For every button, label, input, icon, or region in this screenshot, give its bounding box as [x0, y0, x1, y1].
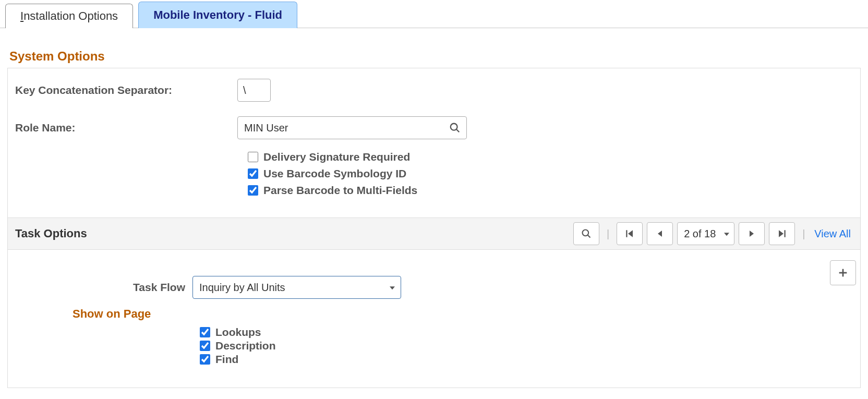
separator: |: [604, 228, 612, 240]
svg-marker-7: [750, 231, 754, 237]
row-role-name: Role Name:: [8, 116, 860, 139]
checkbox-description[interactable]: [200, 341, 210, 351]
search-icon: [581, 228, 592, 239]
system-options-heading: System Options: [9, 49, 868, 64]
svg-marker-5: [628, 230, 633, 237]
checkbox-delivery-signature[interactable]: [248, 152, 258, 162]
label-key-separator: Key Concatenation Separator:: [8, 84, 237, 96]
label-task-flow: Task Flow: [15, 281, 192, 294]
first-page-button[interactable]: [617, 222, 643, 245]
row-parse-barcode[interactable]: Parse Barcode to Multi-Fields: [248, 184, 860, 197]
next-page-button[interactable]: [739, 222, 765, 245]
last-page-icon: [777, 229, 787, 238]
task-flow-select-wrap: Inquiry by All Units: [192, 276, 401, 299]
checkbox-parse-barcode[interactable]: [248, 185, 258, 196]
prev-page-button[interactable]: [647, 222, 673, 245]
role-name-lookup-icon[interactable]: [449, 122, 461, 134]
label-role-name: Role Name:: [8, 122, 237, 134]
svg-rect-9: [785, 230, 786, 237]
chevron-left-icon: [656, 229, 664, 238]
checkbox-lookups[interactable]: [200, 327, 210, 337]
system-options-checkboxes: Delivery Signature Required Use Barcode …: [248, 151, 860, 197]
svg-point-0: [451, 124, 457, 130]
task-options-title: Task Options: [15, 227, 87, 240]
system-options-box: Key Concatenation Separator: Role Name: …: [7, 68, 861, 388]
show-on-page-checkboxes: Lookups Description Find: [200, 326, 853, 366]
task-options-bar: Task Options |: [8, 217, 860, 250]
svg-rect-4: [626, 230, 627, 237]
tab-mobile-inventory-fluid[interactable]: Mobile Inventory - Fluid: [138, 2, 297, 28]
label-delivery-signature: Delivery Signature Required: [263, 151, 410, 163]
task-options-controls: | 2 of 18: [573, 222, 853, 245]
input-role-name[interactable]: [237, 116, 467, 139]
label-lookups: Lookups: [215, 326, 261, 338]
label-description: Description: [215, 340, 276, 352]
tab-installation-options[interactable]: Installation Options: [5, 4, 133, 28]
row-key-separator: Key Concatenation Separator:: [8, 79, 860, 102]
svg-line-3: [587, 235, 590, 238]
label-barcode-symbology: Use Barcode Symbology ID: [263, 167, 406, 180]
page-select-wrap: 2 of 18: [677, 222, 734, 245]
row-delivery-signature[interactable]: Delivery Signature Required: [248, 151, 860, 163]
tab-bar: Installation Options Mobile Inventory - …: [0, 0, 868, 28]
row-find[interactable]: Find: [200, 353, 853, 366]
first-page-icon: [625, 229, 634, 238]
page-select[interactable]: 2 of 18: [677, 222, 734, 245]
task-flow-select[interactable]: Inquiry by All Units: [192, 276, 401, 299]
row-barcode-symbology[interactable]: Use Barcode Symbology ID: [248, 167, 860, 180]
search-icon: [449, 122, 461, 134]
svg-line-1: [456, 129, 460, 132]
checkbox-find[interactable]: [200, 354, 210, 365]
input-key-separator[interactable]: [237, 79, 271, 102]
row-description[interactable]: Description: [200, 340, 853, 352]
row-task-flow: Task Flow Inquiry by All Units: [15, 276, 853, 299]
svg-point-2: [582, 230, 588, 236]
task-options-find-button[interactable]: [573, 222, 599, 245]
label-find: Find: [215, 353, 238, 366]
tab-mobile-label: Mobile Inventory - Fluid: [153, 8, 282, 21]
show-on-page-heading: Show on Page: [73, 307, 853, 321]
svg-marker-6: [658, 231, 662, 237]
chevron-right-icon: [748, 229, 756, 238]
task-options-body: Task Flow Inquiry by All Units Show on P…: [8, 250, 860, 388]
svg-marker-8: [779, 230, 783, 237]
view-all-link[interactable]: View All: [814, 228, 851, 240]
label-parse-barcode: Parse Barcode to Multi-Fields: [263, 184, 417, 197]
plus-icon: [837, 267, 849, 279]
tab-installation-rest: nstallation Options: [23, 9, 118, 22]
checkbox-barcode-symbology[interactable]: [248, 168, 258, 179]
separator: |: [799, 228, 808, 240]
row-lookups[interactable]: Lookups: [200, 326, 853, 338]
add-row-button[interactable]: [830, 260, 856, 285]
last-page-button[interactable]: [769, 222, 795, 245]
